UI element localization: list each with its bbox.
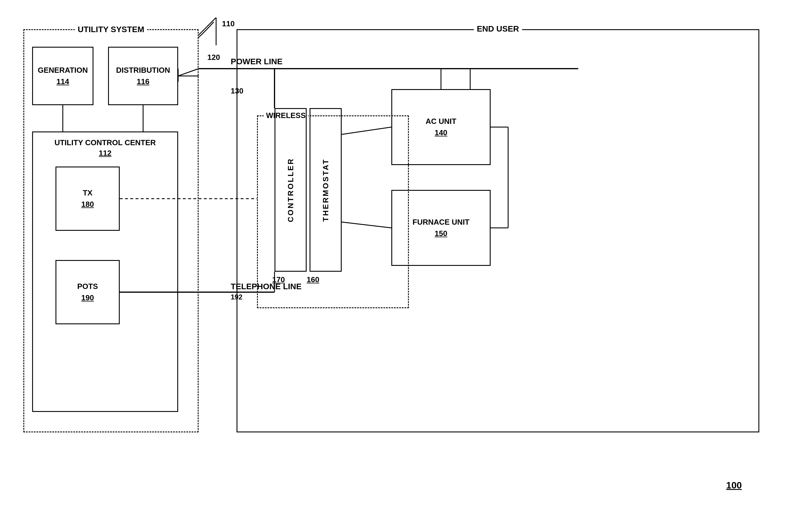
utility-system-label: UTILITY SYSTEM <box>75 25 147 34</box>
thermostat-label: THERMOSTAT <box>321 158 330 222</box>
ucc-number: 112 <box>99 149 111 158</box>
ref-120: 120 <box>207 53 220 62</box>
pots-label: POTS <box>77 282 98 291</box>
controller-label: CONTROLLER <box>286 158 295 222</box>
tx-label: TX <box>83 188 92 197</box>
ac-unit-label: AC UNIT <box>425 117 456 126</box>
furnace-unit-box: FURNACE UNIT 150 <box>391 190 490 266</box>
controller-ref: 170 <box>272 275 285 284</box>
pots-number: 190 <box>81 293 94 302</box>
controller-box: CONTROLLER <box>274 108 307 272</box>
diagram-ref-100: 100 <box>726 480 742 491</box>
tx-box: TX 180 <box>56 167 120 231</box>
pots-box: POTS 190 <box>56 260 120 324</box>
ucc-label: UTILITY CONTROL CENTER <box>54 138 156 147</box>
furnace-unit-number: 150 <box>434 229 447 238</box>
generation-box: GENERATION 114 <box>32 47 94 105</box>
thermostat-box: THERMOSTAT <box>310 108 342 272</box>
ref-110-label: 110 <box>222 19 234 28</box>
thermostat-ref: 160 <box>307 275 319 284</box>
tx-number: 180 <box>81 200 94 209</box>
generation-label: GENERATION <box>38 66 88 75</box>
generation-number: 114 <box>56 77 69 86</box>
diagram-container: UTILITY SYSTEM END USER GENERATION 114 D… <box>18 18 771 514</box>
distribution-box: DISTRIBUTION 116 <box>108 47 178 105</box>
ac-unit-box: AC UNIT 140 <box>391 89 490 165</box>
furnace-unit-label: FURNACE UNIT <box>413 217 469 227</box>
ac-unit-number: 140 <box>434 128 447 137</box>
distribution-label: DISTRIBUTION <box>116 66 170 75</box>
end-user-label: END USER <box>474 24 522 34</box>
distribution-number: 116 <box>137 77 149 86</box>
